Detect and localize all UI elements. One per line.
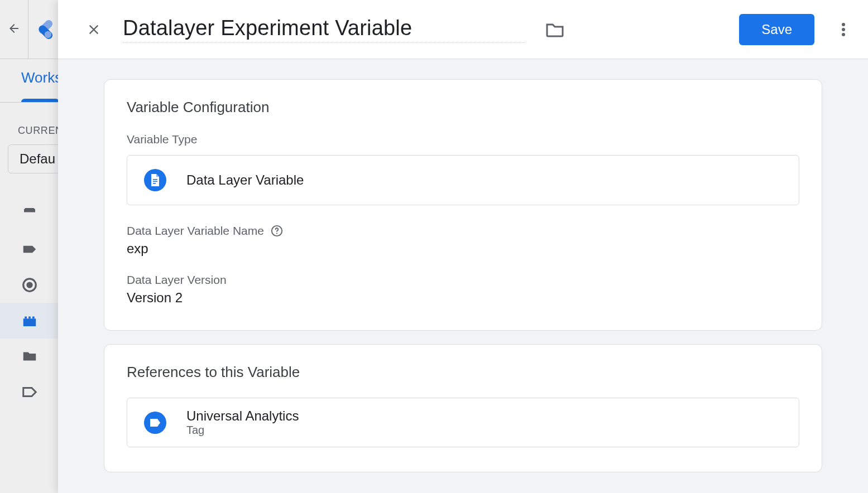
svg-point-2 [45,31,51,37]
sidebar-item-variables[interactable] [0,303,58,339]
variable-type-name: Data Layer Variable [186,172,304,188]
variable-type-selector[interactable]: Data Layer Variable [127,155,799,205]
tag-icon [144,412,166,434]
folder-icon[interactable] [545,22,564,37]
reference-name: Universal Analytics [186,408,299,424]
back-button[interactable] [0,22,28,37]
help-icon[interactable] [271,225,283,237]
sidebar-item-templates[interactable] [0,374,58,410]
close-button[interactable] [80,16,107,43]
sidebar-item-tags[interactable] [0,231,58,267]
svg-point-10 [842,33,845,36]
dlv-version-label: Data Layer Version [127,273,227,287]
svg-rect-7 [32,317,35,319]
svg-rect-6 [28,317,31,319]
svg-rect-12 [153,181,157,182]
sidebar-item-triggers[interactable] [0,267,58,303]
variable-type-label: Variable Type [127,133,197,146]
variable-configuration-card[interactable]: Variable Configuration Variable Type Dat… [104,79,822,331]
sidebar-item-folders[interactable] [0,339,58,374]
dlv-name-value: exp [127,241,799,257]
sheet-header: Save [58,0,868,59]
references-card: References to this Variable Universal An… [104,344,822,472]
svg-rect-5 [25,317,27,319]
more-menu-button[interactable] [830,16,857,43]
variable-name-input[interactable] [123,16,525,43]
svg-point-15 [276,233,277,234]
tab-indicator [21,99,59,102]
workspace-selector[interactable]: Defau [8,144,61,173]
reference-row[interactable]: Universal Analytics Tag [127,398,799,447]
save-button[interactable]: Save [739,14,814,45]
sidebar-item-overview[interactable] [0,196,58,231]
reference-type: Tag [186,424,299,437]
svg-point-4 [26,282,32,288]
card-title: References to this Variable [127,364,799,381]
dlv-name-label: Data Layer Variable Name [127,224,283,238]
svg-point-9 [842,28,845,31]
tab-workspace[interactable]: Works [21,69,62,86]
card-title: Variable Configuration [127,99,799,116]
svg-rect-13 [153,183,156,184]
variable-edit-sheet: Save Variable Configuration Variable Typ… [58,0,868,493]
dlv-version-value: Version 2 [127,290,799,306]
gtm-logo-icon [28,20,57,40]
svg-point-8 [842,23,845,26]
data-layer-variable-icon [144,169,166,191]
svg-rect-11 [153,179,157,180]
